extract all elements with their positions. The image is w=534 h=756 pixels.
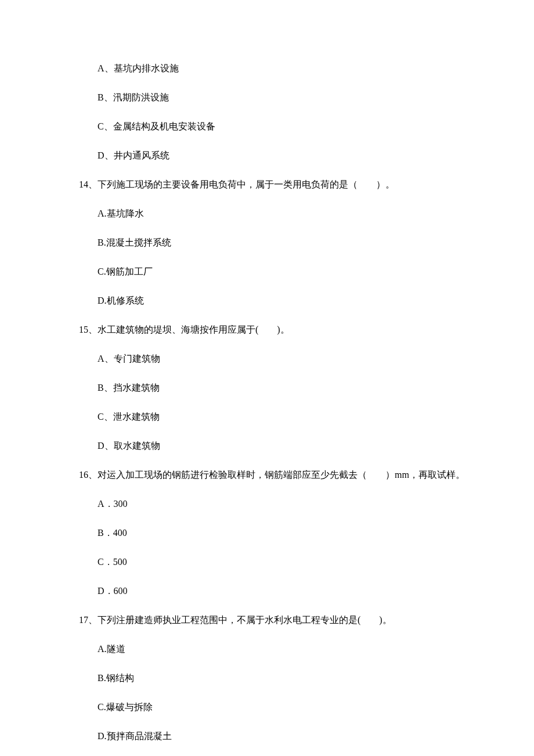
q16-option-a: A．300 bbox=[98, 497, 476, 511]
q16-option-d: D．600 bbox=[98, 584, 476, 598]
q14-text: 14、下列施工现场的主要设备用电负荷中，属于一类用电负荷的是（ ）。 bbox=[79, 178, 476, 192]
q14-option-b: B.混凝土搅拌系统 bbox=[98, 236, 476, 250]
q13-option-a: A、基坑内排水设施 bbox=[98, 62, 476, 75]
q17-option-a: A.隧道 bbox=[98, 642, 476, 656]
q15-option-d: D、取水建筑物 bbox=[98, 439, 476, 453]
q15-option-c: C、泄水建筑物 bbox=[98, 410, 476, 424]
q16-text: 16、对运入加工现场的钢筋进行检验取样时，钢筋端部应至少先截去（ ）mm，再取试… bbox=[79, 468, 476, 482]
q15-option-b: B、挡水建筑物 bbox=[98, 381, 476, 395]
q13-option-b: B、汛期防洪设施 bbox=[98, 91, 476, 105]
q15-text: 15、水工建筑物的堤坝、海塘按作用应属于( )。 bbox=[79, 323, 476, 337]
q14-option-c: C.钢筋加工厂 bbox=[98, 265, 476, 279]
q14-option-a: A.基坑降水 bbox=[98, 207, 476, 221]
q13-option-c: C、金属结构及机电安装设备 bbox=[98, 120, 476, 134]
q17-option-b: B.钢结构 bbox=[98, 671, 476, 685]
q15-option-a: A、专门建筑物 bbox=[98, 352, 476, 366]
q17-option-c: C.爆破与拆除 bbox=[98, 700, 476, 714]
q16-option-c: C．500 bbox=[98, 555, 476, 569]
q17-text: 17、下列注册建造师执业工程范围中，不属于水利水电工程专业的是( )。 bbox=[79, 613, 476, 627]
q14-option-d: D.机修系统 bbox=[98, 294, 476, 308]
q16-option-b: B．400 bbox=[98, 526, 476, 540]
q13-option-d: D、井内通风系统 bbox=[98, 149, 476, 163]
q17-option-d: D.预拌商品混凝土 bbox=[98, 729, 476, 743]
